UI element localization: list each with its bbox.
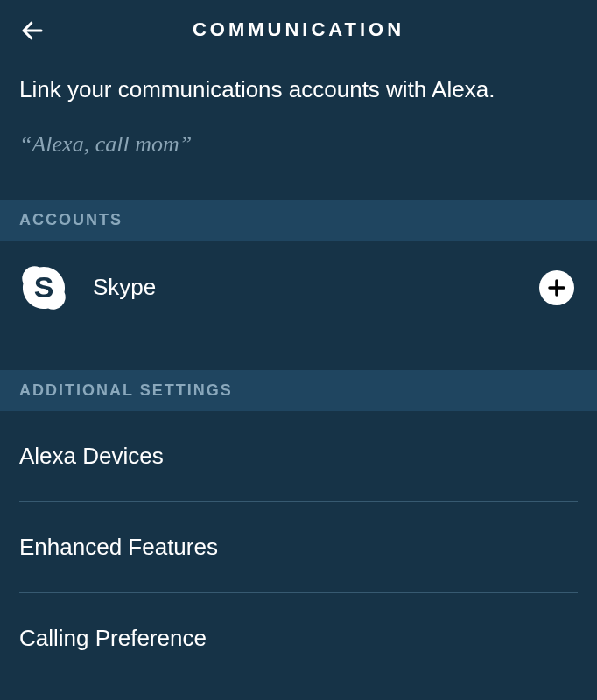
svg-text:S: S xyxy=(34,270,54,304)
skype-icon: S xyxy=(19,263,68,312)
header: COMMUNICATION xyxy=(0,0,597,60)
settings-item-alexa-devices[interactable]: Alexa Devices xyxy=(19,411,578,502)
settings-list: Alexa Devices Enhanced Features Calling … xyxy=(0,411,597,683)
settings-item-calling-preference[interactable]: Calling Preference xyxy=(19,593,578,683)
back-button[interactable] xyxy=(19,18,46,47)
back-arrow-icon xyxy=(19,18,46,44)
plus-icon xyxy=(546,277,567,298)
settings-item-enhanced-features[interactable]: Enhanced Features xyxy=(19,502,578,593)
example-phrase: “Alexa, call mom” xyxy=(0,114,597,182)
page-title: COMMUNICATION xyxy=(0,18,597,41)
account-label: Skype xyxy=(93,274,539,301)
page-subtitle: Link your communications accounts with A… xyxy=(0,60,597,114)
section-header-accounts: ACCOUNTS xyxy=(0,200,597,241)
section-header-additional: ADDITIONAL SETTINGS xyxy=(0,370,597,411)
add-account-button[interactable] xyxy=(539,270,574,305)
account-row-skype[interactable]: S Skype xyxy=(0,241,597,332)
